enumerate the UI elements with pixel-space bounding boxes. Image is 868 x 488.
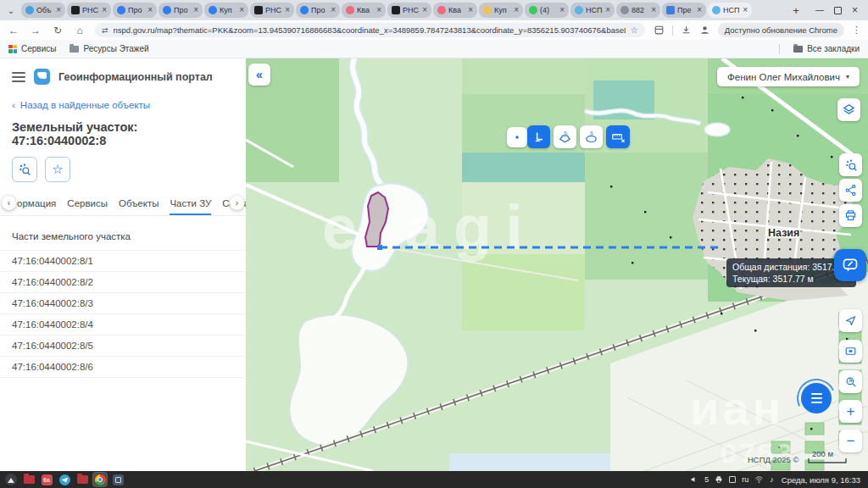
window-close-button[interactable]: × xyxy=(852,5,858,15)
browser-tab[interactable]: Ква× xyxy=(342,3,386,18)
locate-me-button[interactable] xyxy=(839,309,862,332)
browser-tab[interactable]: Объ× xyxy=(21,3,65,18)
home-button[interactable]: ⌂ xyxy=(73,25,86,36)
tab-close-icon[interactable]: × xyxy=(559,6,565,14)
browser-tab[interactable]: РНС× xyxy=(67,3,111,18)
wifi-icon[interactable] xyxy=(754,475,764,484)
tabs-scroll-right-button[interactable]: › xyxy=(230,196,244,210)
browser-tab[interactable]: Про× xyxy=(159,3,203,18)
share-button[interactable] xyxy=(839,179,862,202)
menu-hamburger-icon[interactable] xyxy=(12,72,25,82)
print-button[interactable] xyxy=(839,204,862,227)
files-folder-icon[interactable] xyxy=(75,473,89,486)
tab-close-icon[interactable]: × xyxy=(422,6,427,14)
new-tab-button[interactable]: + xyxy=(788,3,804,18)
browser-tab[interactable]: Про× xyxy=(113,3,157,18)
tabs-scroll-left-button[interactable]: ‹ xyxy=(2,196,16,210)
parcel-part-row[interactable]: 47:16:0440002:8/3 xyxy=(0,293,246,314)
parcel-part-row[interactable]: 47:16:0440002:8/4 xyxy=(0,314,246,336)
telegram-icon[interactable] xyxy=(58,473,71,486)
layers-button[interactable] xyxy=(837,98,860,121)
sidebar-tab-Части ЗУ[interactable]: Части ЗУ xyxy=(170,193,211,215)
forward-button[interactable]: → xyxy=(29,25,42,36)
printer-tray-icon[interactable] xyxy=(715,475,723,484)
parcel-part-row[interactable]: 47:16:0440002:8/1 xyxy=(0,250,246,272)
measure-area-ellipse-button[interactable]: S xyxy=(580,125,603,148)
tab-close-icon[interactable]: × xyxy=(331,6,336,14)
back-button[interactable]: ← xyxy=(7,25,20,36)
zoom-in-button[interactable]: + xyxy=(839,400,862,423)
browser-tab[interactable]: (4) × xyxy=(525,3,569,18)
browser-tab[interactable]: НСП× xyxy=(570,3,615,18)
tab-close-icon[interactable]: × xyxy=(697,6,702,14)
tab-close-icon[interactable]: × xyxy=(605,6,610,14)
tab-organizer-icon[interactable] xyxy=(654,25,665,36)
site-info-icon[interactable]: ⇄ xyxy=(102,26,108,35)
browser-tab[interactable]: Про× xyxy=(296,3,340,18)
search-objects-button[interactable] xyxy=(839,153,862,176)
clear-measurements-button[interactable] xyxy=(606,125,630,148)
window-maximize-button[interactable] xyxy=(834,7,842,14)
measure-length-button[interactable] xyxy=(527,125,550,148)
browser-tab[interactable]: РНС× xyxy=(250,3,294,18)
user-account-button[interactable]: Фенин Олег Михайлович ▾ xyxy=(717,67,860,86)
all-bookmarks-button[interactable]: Все закладки xyxy=(793,44,860,53)
screenshot-app-icon[interactable] xyxy=(111,473,125,486)
tab-close-icon[interactable]: × xyxy=(239,6,244,14)
parcel-part-row[interactable]: 47:16:0440002:8/5 xyxy=(0,336,246,357)
measure-point-button[interactable] xyxy=(507,127,527,147)
bookmark-resursy-etazhey[interactable]: Ресурсы Этажей xyxy=(70,44,148,53)
bookmark-servisy[interactable]: Сервисы xyxy=(8,44,56,53)
address-bar[interactable]: ⇄ nspd.gov.ru/map?thematic=PKK&zoom=13.9… xyxy=(95,23,645,37)
locate-on-map-button[interactable] xyxy=(12,157,37,182)
clock-datetime[interactable]: Среда, июля 9, 16:33 xyxy=(782,475,860,485)
feedback-draw-button[interactable] xyxy=(834,249,866,281)
window-indicator-icon[interactable] xyxy=(729,476,736,483)
browser-tab[interactable]: РНС× xyxy=(387,3,431,18)
sidebar-tab-Сервисы[interactable]: Сервисы xyxy=(67,193,108,215)
music-note-icon[interactable]: ♪ xyxy=(770,475,774,484)
volume-icon[interactable] xyxy=(690,475,698,484)
tab-close-icon[interactable]: × xyxy=(193,6,198,14)
tab-close-icon[interactable]: × xyxy=(376,6,381,14)
browser-tab[interactable]: Куп× xyxy=(479,3,523,18)
parcel-part-row[interactable]: 47:16:0440002:8/2 xyxy=(0,272,246,293)
browser-tab[interactable]: Пре× xyxy=(662,3,706,18)
screenshot-area-button[interactable] xyxy=(839,340,862,363)
collapse-panel-button[interactable]: « xyxy=(248,64,270,86)
browser-tab[interactable]: НСП× xyxy=(708,3,752,18)
tab-close-icon[interactable]: × xyxy=(102,6,107,14)
tab-close-icon[interactable]: × xyxy=(56,6,61,14)
downloads-icon[interactable] xyxy=(681,25,692,36)
red-app-icon[interactable]: 6а xyxy=(40,473,53,486)
tab-close-icon[interactable]: × xyxy=(285,6,290,14)
browser-menu-icon[interactable]: ⋮ xyxy=(852,25,861,36)
app-launcher-icon[interactable] xyxy=(4,473,18,486)
back-to-found-objects-link[interactable]: ‹ Назад в найденные объекты xyxy=(0,85,246,110)
tab-close-icon[interactable]: × xyxy=(651,6,656,14)
browser-tab[interactable]: 882× xyxy=(616,3,660,18)
chat-support-button[interactable] xyxy=(801,383,832,413)
zoom-to-extent-button[interactable] xyxy=(839,370,862,393)
red-folder-icon[interactable] xyxy=(22,473,36,486)
parcel-part-row[interactable]: 47:16:0440002:8/6 xyxy=(0,357,246,378)
tab-search-dropdown-icon[interactable]: ⌄ xyxy=(3,3,19,18)
bookmark-star-icon[interactable]: ☆ xyxy=(631,25,638,35)
sidebar-tab-ормация[interactable]: ормация xyxy=(17,193,56,215)
reload-button[interactable]: ↻ xyxy=(51,25,64,36)
window-minimize-button[interactable]: — xyxy=(815,6,824,14)
tab-close-icon[interactable]: × xyxy=(743,6,748,14)
favorite-star-button[interactable]: ☆ xyxy=(45,157,70,182)
tab-close-icon[interactable]: × xyxy=(514,6,519,14)
tab-close-icon[interactable]: × xyxy=(468,6,473,14)
tab-close-icon[interactable]: × xyxy=(147,6,153,14)
chrome-taskbar-icon[interactable] xyxy=(93,473,107,486)
browser-tab[interactable]: Куп× xyxy=(204,3,248,18)
browser-tab[interactable]: Ква× xyxy=(433,3,477,18)
measure-area-polygon-button[interactable]: S xyxy=(554,125,576,148)
zoom-out-button[interactable]: − xyxy=(839,430,862,452)
chrome-update-chip[interactable]: Доступно обновление Chrome xyxy=(718,23,844,37)
map-canvas[interactable]: etagi иан 0753 Назия НСПД 2025 © 200 м «… xyxy=(246,58,868,471)
sidebar-tab-Объекты[interactable]: Объекты xyxy=(119,193,159,215)
keyboard-layout[interactable]: ru xyxy=(742,475,748,484)
